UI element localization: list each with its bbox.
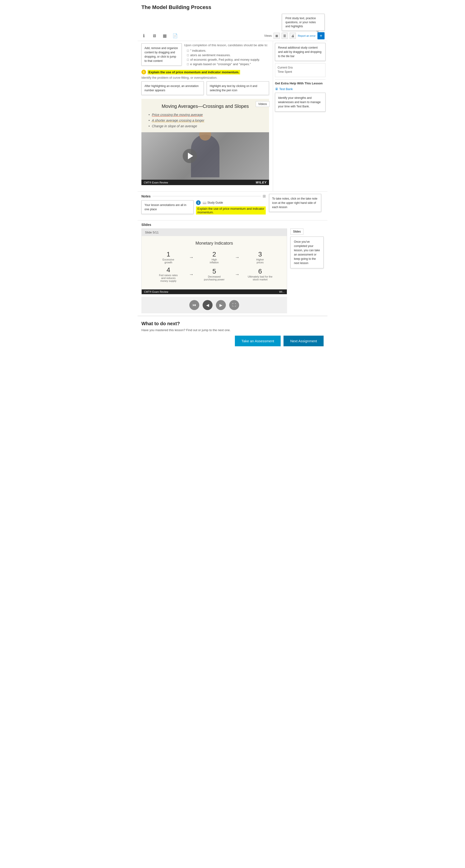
- slides-row: Slide 5/11 Monetary Indicators 1 Excessi…: [141, 228, 324, 313]
- notes-main: Notes ⊞ Your lesson annotations are all …: [141, 194, 266, 218]
- document-icon[interactable]: 📄: [172, 32, 178, 39]
- objectives-list: Upon completion of this lesson, candidat…: [184, 43, 269, 67]
- slides-label: Slides: [141, 223, 324, 226]
- slide-card-header: Slide 5/11: [142, 229, 287, 236]
- next-section-desc: Have you mastered this lesson? Find out …: [141, 328, 324, 332]
- annotation-tooltips: After highlighting an excerpt, an annota…: [141, 81, 269, 95]
- slide-controls: ⏮ ◀ ▶ ⛶: [141, 297, 287, 313]
- testbank-tooltip: Identify your strengths and weaknesses a…: [275, 93, 325, 112]
- next-assignment-button[interactable]: Next Assignment: [284, 336, 324, 346]
- flow-row-1: 1 Excessivegrowth → 2 Highinflation → 3 …: [149, 251, 280, 264]
- time-spent-label: Time Spent: [278, 70, 292, 73]
- slide-bar-label: CMT® Exam Review: [144, 290, 168, 293]
- report-error-link[interactable]: Report an error: [298, 34, 316, 37]
- flow-number-1: 1: [149, 251, 188, 258]
- flashcard-icon[interactable]: ▦: [161, 32, 168, 39]
- views-label: Views: [264, 34, 272, 37]
- after-highlight-tooltip: After highlighting an excerpt, an annota…: [141, 81, 204, 95]
- page-title: The Model Building Process: [138, 0, 327, 13]
- flow-item-3: 3 Higherprices: [240, 251, 280, 264]
- flow-item-6: 6 Ultimately bad for thestock market: [240, 268, 280, 281]
- next-buttons: Take an Assessment Next Assignment: [141, 336, 324, 346]
- slide-bullets: Price crossing the moving average A shor…: [148, 113, 262, 128]
- slides-completion-tooltip: Once you've completed your lesson, you c…: [290, 237, 324, 268]
- take-assessment-button[interactable]: Take an Assessment: [235, 336, 281, 346]
- bullet-2: A shorter average crossing a longer: [148, 119, 262, 122]
- video-slide-content: Moving Averages—Crossings and Slopes Pri…: [141, 99, 269, 132]
- slides-main: Slide 5/11 Monetary Indicators 1 Excessi…: [141, 228, 287, 313]
- book-icon: 📖: [203, 201, 206, 205]
- print-btn[interactable]: 🖨: [290, 33, 296, 39]
- study-guide-item: 1 📖 Study Guide: [196, 200, 266, 205]
- flow-label-3: Higherprices: [240, 258, 280, 264]
- next-section: What to do next? Have you mastered this …: [138, 316, 327, 351]
- flow-arrow-4: →: [234, 272, 240, 277]
- presenter-area: [141, 132, 269, 180]
- next-section-title: What to do next?: [141, 321, 324, 327]
- info-icon[interactable]: ℹ: [141, 32, 147, 39]
- annotation-badge: 1: [141, 70, 146, 74]
- view-list-btn[interactable]: ☰: [282, 33, 288, 39]
- testbank-label[interactable]: Test Bank: [279, 87, 293, 91]
- flow-item-5: 5 Decreasedpurchasing power: [195, 268, 234, 281]
- prev-btn[interactable]: ◀: [203, 300, 212, 310]
- highlighted-annotation[interactable]: Explain the use of price momentum and in…: [148, 70, 240, 74]
- flow-row-2: 4 Fed raises ratesand reducesmoney suppl…: [149, 266, 280, 282]
- video-section: Moving Averages—Crossings and Slopes Pri…: [141, 99, 269, 185]
- notes-annotation-area: Your lesson annotations are all in one p…: [141, 200, 266, 215]
- extra-help-section: Get Extra Help With This Lesson 🖥 Test B…: [275, 80, 325, 112]
- videos-label-badge[interactable]: Videos: [256, 101, 269, 107]
- objective-3: □of economic growth, Fed policy, and mon…: [187, 58, 269, 61]
- toolbar-right: Views ⊞ ☰ 🖨 Report an error +: [264, 32, 324, 39]
- flow-label-6: Ultimately bad for thestock market: [240, 275, 280, 281]
- objectives-intro: Upon completion of this lesson, candidat…: [184, 43, 269, 47]
- flow-label-1: Excessivegrowth: [149, 258, 188, 264]
- bullet-1: Price crossing the moving average: [148, 113, 262, 117]
- flow-number-6: 6: [240, 268, 280, 275]
- flow-item-1: 1 Excessivegrowth: [149, 251, 188, 264]
- slide-video-bar: CMT® Exam Review WI...: [142, 289, 287, 294]
- play-button[interactable]: [183, 149, 197, 163]
- play-triangle-icon: [188, 153, 193, 159]
- notes-annotation-tooltip: Your lesson annotations are all in one p…: [141, 200, 194, 214]
- flow-label-2: Highinflation: [195, 258, 234, 264]
- notes-icon[interactable]: ⊞: [263, 194, 266, 198]
- objective-4: □e signals based on "crossings" and "slo…: [187, 62, 269, 66]
- bullet-3: Change in slope of an average: [148, 124, 262, 128]
- top-toolbar: ℹ 🖥 ▦ 📄 Views ⊞ ☰ 🖨 Report an error +: [138, 31, 327, 41]
- fullscreen-btn[interactable]: ⛶: [229, 300, 239, 310]
- notes-side: To take notes, click on the take note ic…: [269, 194, 324, 218]
- flow-arrow-1: →: [188, 254, 195, 260]
- annotation-below-text: Identify the problem of curve-fitting, o…: [141, 76, 269, 80]
- notes-highlighted-text[interactable]: Explain the use of price momentum and in…: [196, 207, 266, 215]
- flow-item-2: 2 Highinflation: [195, 251, 234, 264]
- right-sidebar: Reveal additional study content and add …: [273, 41, 327, 191]
- notes-section: Notes ⊞ Your lesson annotations are all …: [138, 191, 327, 220]
- view-grid-btn[interactable]: ⊞: [273, 33, 280, 39]
- content-area: Add, remove and organize content by drag…: [138, 41, 327, 191]
- slides-badge-label[interactable]: Slides: [290, 228, 303, 235]
- testbank-link[interactable]: 🖥 Test Bank: [275, 87, 325, 91]
- slide-card: Slide 5/11 Monetary Indicators 1 Excessi…: [141, 228, 287, 294]
- notes-header: Notes ⊞: [141, 194, 266, 198]
- video-icon[interactable]: 🖥: [151, 32, 157, 39]
- objective-1: □" indicators.: [187, 49, 269, 52]
- slides-section: Slides Slide 5/11 Monetary Indicators 1 …: [138, 220, 327, 316]
- notes-content: 1 📖 Study Guide Explain the use of price…: [196, 200, 266, 215]
- play-slide-btn[interactable]: ▶: [216, 300, 226, 310]
- flow-arrow-2: →: [234, 254, 240, 260]
- study-guide-label: 📖 Study Guide: [203, 201, 223, 205]
- flow-label-5: Decreasedpurchasing power: [195, 275, 234, 281]
- toolbar-left: ℹ 🖥 ▦ 📄: [141, 32, 178, 39]
- video-wrapper: Moving Averages—Crossings and Slopes Pri…: [141, 99, 269, 185]
- video-slide-title: Moving Averages—Crossings and Slopes: [148, 103, 262, 109]
- video-bottom-bar: CMT® Exam Review WILEY: [141, 180, 269, 185]
- add-content-tooltip: Add, remove and organize content by drag…: [141, 43, 182, 66]
- add-content-btn[interactable]: +: [317, 32, 324, 39]
- rewind-btn[interactable]: ⏮: [189, 300, 199, 310]
- flow-number-2: 2: [195, 251, 234, 258]
- time-spent-row: Time Spent: [278, 70, 323, 73]
- wiley-logo: WILEY: [256, 181, 267, 184]
- monetary-slide-title: Monetary Indicators: [149, 241, 280, 246]
- flow-number-4: 4: [149, 266, 188, 274]
